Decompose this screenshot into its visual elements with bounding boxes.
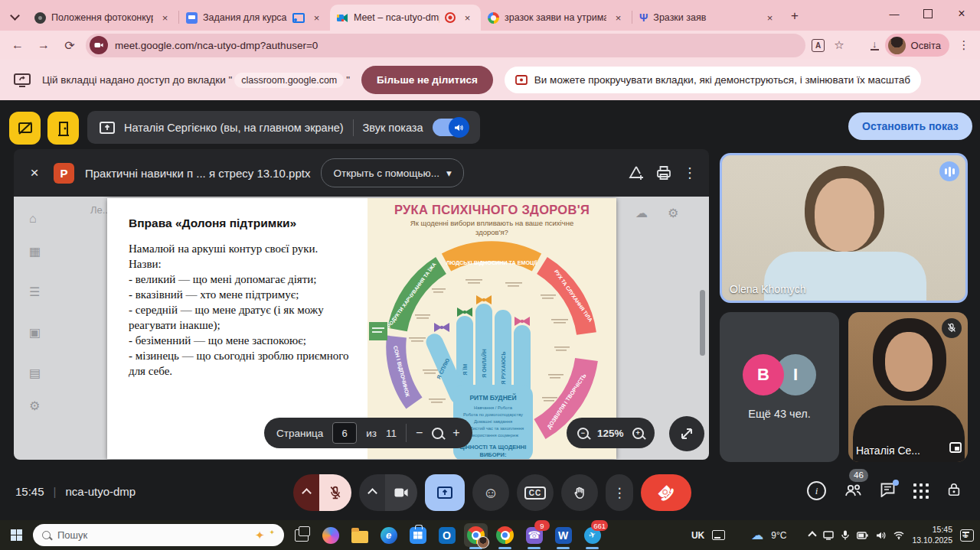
close-icon[interactable]: × xyxy=(461,12,474,24)
file-name: Практичні навички п ... я стресу 13.10.p… xyxy=(85,167,310,180)
camera-permission-icon[interactable] xyxy=(90,36,108,54)
tab-samples[interactable]: Ψ Зразки заяв × xyxy=(632,5,783,31)
outlook-button[interactable]: O xyxy=(435,523,459,547)
viber-button[interactable]: ☎ 9 xyxy=(522,523,546,547)
zoom-in-magnifier-icon[interactable]: + xyxy=(632,428,644,439)
temperature[interactable]: 9°C xyxy=(771,530,786,541)
zoom-in-icon[interactable]: + xyxy=(452,426,459,440)
copilot-button[interactable] xyxy=(318,523,342,547)
gear-icon: ⚙ xyxy=(668,206,678,220)
print-icon[interactable] xyxy=(655,164,672,181)
chrome-button[interactable] xyxy=(493,523,517,547)
tab-search-button[interactable] xyxy=(2,2,28,28)
tab-classroom-tasks[interactable]: Задания для курса "Зуст × xyxy=(179,5,330,31)
open-with-button[interactable]: Открыть с помощью... ▾ xyxy=(321,158,463,187)
wifi-icon[interactable] xyxy=(893,531,904,539)
mic-mute-button[interactable] xyxy=(319,474,351,511)
address-bar[interactable]: meet.google.com/nca-utyo-dmp?authuser=0 xyxy=(86,34,805,57)
forward-button[interactable]: → xyxy=(34,35,54,55)
zoom-out-icon[interactable]: − xyxy=(416,426,423,440)
picture-in-picture-icon[interactable] xyxy=(949,442,962,456)
windows-logo-icon xyxy=(11,529,22,541)
people-button[interactable]: 46 xyxy=(844,482,862,500)
download-icon[interactable]: ↓ xyxy=(871,40,879,50)
language-indicator[interactable]: UK xyxy=(691,530,704,541)
magnifier-icon[interactable] xyxy=(432,428,443,439)
tab-application-sample[interactable]: зразок заяви на утриман × xyxy=(481,5,632,31)
tab-photo-contest[interactable]: Положення фотоконкурсу × xyxy=(28,5,178,31)
notification-center-button[interactable]: 1 xyxy=(960,529,974,542)
taskbar-clock[interactable]: 15:45 13.10.2025 xyxy=(912,525,952,545)
recording-icon xyxy=(445,12,456,23)
weather-cloud-icon[interactable]: ☁ xyxy=(751,528,763,542)
back-button[interactable]: ← xyxy=(8,35,28,55)
more-options-button[interactable]: ⋮ xyxy=(606,474,633,511)
close-icon[interactable]: × xyxy=(310,12,323,24)
close-icon[interactable]: × xyxy=(158,12,172,24)
tab-meet-active[interactable]: Meet – nca-utyo-dmp × xyxy=(330,5,481,31)
add-to-drive-icon[interactable] xyxy=(628,164,645,181)
arc-food xyxy=(397,265,441,330)
video-tile-self[interactable]: Наталія Се... xyxy=(848,312,968,462)
minimize-button[interactable]: — xyxy=(877,0,911,28)
viewer-scrollbar[interactable] xyxy=(700,290,705,356)
page-number-input[interactable]: 6 xyxy=(332,422,357,444)
camera-options-button[interactable] xyxy=(359,474,385,511)
mic-control[interactable] xyxy=(293,474,351,511)
viewer-more-icon[interactable]: ⋮ xyxy=(683,164,697,181)
activities-button[interactable] xyxy=(913,483,929,499)
grid-icon: ▣ xyxy=(29,325,41,340)
task-view-button[interactable] xyxy=(289,523,313,547)
raise-hand-button[interactable] xyxy=(561,474,598,511)
pinned-app-button-1[interactable] xyxy=(9,112,41,145)
hidden-icons-chevron[interactable] xyxy=(808,531,817,539)
new-tab-button[interactable]: + xyxy=(783,5,806,28)
chat-button[interactable] xyxy=(880,482,896,500)
reactions-button[interactable]: ☺ xyxy=(472,474,509,511)
maximize-button[interactable] xyxy=(911,0,945,28)
more-participants-tile[interactable]: B I Ещё 43 чел. xyxy=(720,312,839,462)
browser-menu-icon[interactable]: ⋮ xyxy=(956,38,972,52)
viewer-header: × P Практичні навички п ... я стресу 13.… xyxy=(14,149,709,197)
trident-favicon: Ψ xyxy=(639,11,648,24)
taskbar-search[interactable]: Пошук ✦ ✦ xyxy=(33,524,284,546)
stop-sharing-button[interactable]: Більше не ділитися xyxy=(361,66,493,94)
store-button[interactable] xyxy=(406,523,430,547)
close-window-button[interactable]: × xyxy=(945,0,978,28)
fullscreen-button[interactable] xyxy=(669,416,704,451)
mic-tray-icon[interactable] xyxy=(841,530,849,540)
network-icon[interactable] xyxy=(823,531,834,540)
end-call-button[interactable]: ☎ xyxy=(641,474,691,511)
telegram-button[interactable]: ✈ 661 xyxy=(580,523,604,547)
profile-button[interactable]: Освіта xyxy=(885,34,949,57)
camera-control[interactable] xyxy=(359,474,417,511)
chrome-active-button[interactable] xyxy=(464,523,488,547)
stop-presenting-button[interactable]: Остановить показ xyxy=(848,112,972,140)
calendar-icon: ▦ xyxy=(29,244,41,259)
word-button[interactable]: W xyxy=(551,523,575,547)
mic-options-button[interactable] xyxy=(293,474,319,511)
bookmark-star-icon[interactable]: ☆ xyxy=(831,38,848,52)
translate-icon[interactable]: A xyxy=(812,39,825,52)
edge-button[interactable]: e xyxy=(377,523,400,547)
file-explorer-button[interactable] xyxy=(348,523,371,547)
chevron-up-icon xyxy=(368,488,377,498)
pinned-app-button-2[interactable] xyxy=(47,112,79,145)
video-tile-speaker[interactable]: Olena Khomych xyxy=(720,153,968,303)
battery-icon[interactable] xyxy=(857,532,868,539)
close-viewer-icon[interactable]: × xyxy=(26,164,43,181)
sound-toggle[interactable] xyxy=(433,119,468,136)
camera-button[interactable] xyxy=(385,474,417,511)
close-icon[interactable]: × xyxy=(763,12,776,24)
present-button[interactable] xyxy=(425,474,465,511)
captions-button[interactable]: CC xyxy=(517,474,554,511)
volume-icon[interactable] xyxy=(876,531,886,540)
zoom-out-magnifier-icon[interactable]: − xyxy=(577,428,589,439)
close-icon[interactable]: × xyxy=(612,12,625,24)
info-button[interactable]: i xyxy=(807,481,826,500)
start-button[interactable] xyxy=(5,524,28,547)
reload-button[interactable]: ⟳ xyxy=(60,35,80,55)
slide-title: Вправа «Долоня підтримки» xyxy=(129,216,352,230)
host-controls-button[interactable] xyxy=(946,482,962,500)
keyboard-layout-icon[interactable] xyxy=(712,530,725,540)
